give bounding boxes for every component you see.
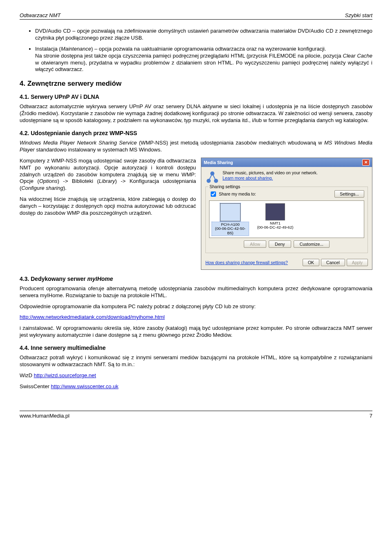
- b2b: ) – opcja pozwala na uaktualnianie oprog…: [91, 46, 326, 52]
- device-icon: [265, 203, 285, 220]
- customize-button[interactable]: Customize...: [294, 240, 330, 248]
- share-checkbox[interactable]: [211, 191, 216, 197]
- dev1-name: PCH-A100: [221, 222, 239, 227]
- myihome-link[interactable]: http://www.networkedmediatank.com/downlo…: [20, 314, 165, 320]
- heading-4-4: 4.4. Inne serwery multimedialne: [20, 345, 372, 351]
- settings-button[interactable]: Settings...: [334, 190, 364, 198]
- allow-button[interactable]: Allow: [244, 240, 266, 248]
- close-icon[interactable]: ✕: [362, 159, 370, 166]
- p42d: standardowo instalowany w systemach MS W…: [35, 147, 162, 153]
- dialog-title-bar[interactable]: Media Sharing ✕: [201, 158, 372, 167]
- dialog-desc-line1: Share music, pictures, and video on your…: [223, 170, 318, 176]
- media-sharing-dialog: Media Sharing ✕ Share music, pictures, a…: [201, 158, 372, 270]
- bullet-1-text: DVD/Audio CD – opcje pozwalają na zdefin…: [35, 28, 372, 41]
- para-4-4-a: Odtwarzacz potrafi wykryć i komunikować …: [20, 354, 372, 368]
- bullet-1: DVD/Audio CD – opcje pozwalają na zdefin…: [35, 28, 372, 42]
- para-4-2-intro: Windows Media Player Network Sharing Ser…: [20, 140, 372, 153]
- para-4-3-b: Odpowiednie oprogramowanie dla komputera…: [20, 303, 372, 310]
- dev2-name: NMT1: [270, 221, 281, 225]
- dialog-title-text: Media Sharing: [204, 160, 233, 165]
- device-item-nmt1[interactable]: NMT1(00-06-DC-42-49-62): [257, 203, 294, 235]
- p42a: Windows Media Player Network Sharing Ser…: [20, 140, 137, 146]
- para-4-3-link: http://www.networkedmediatank.com/downlo…: [20, 314, 372, 321]
- firewall-link[interactable]: How does sharing change firewall setting…: [205, 260, 288, 265]
- header-left: Odtwarzacz NMT: [20, 12, 60, 18]
- wizd-link[interactable]: http://wizd.sourceforge.net: [34, 372, 96, 378]
- bullet-2: Instalacja (Maintenance) – opcja pozwala…: [35, 46, 372, 73]
- deny-button[interactable]: Deny: [269, 240, 291, 248]
- b2a: Instalacja (: [35, 46, 61, 52]
- p42ld: ).: [63, 185, 67, 191]
- share-label-text: Share my media to:: [219, 191, 256, 196]
- dev2-mac: (00-06-DC-42-49-62): [257, 225, 294, 229]
- h43-num: 4.3.: [20, 276, 31, 282]
- para-4-1: Odtwarzacz automatycznie wykrywa serwery…: [20, 103, 372, 124]
- heading-4: 4. Zewnętrzne serwery mediów: [20, 80, 372, 88]
- device-item-pch[interactable]: PCH-A100(00-06-DC-42-50-B5): [212, 203, 249, 235]
- b2c: Na stronie dostępna jest także opcja czy…: [35, 53, 343, 59]
- wizd-label: WizD: [20, 372, 34, 378]
- para-4-4-wizd: WizD http://wizd.sourceforge.net: [20, 372, 372, 379]
- b2i2: Clear Cache: [343, 53, 372, 59]
- ok-button[interactable]: OK: [303, 259, 319, 266]
- share-checkbox-label[interactable]: Share my media to:: [209, 190, 256, 198]
- b2d: w otwieranym menu), przydatna w wypadku …: [35, 60, 372, 73]
- footer-page-number: 7: [370, 413, 372, 419]
- page-header: Odtwarzacz NMT Szybki start: [20, 12, 372, 20]
- sc-label: SwissCenter: [20, 383, 51, 389]
- heading-4-3: 4.3. Dedykowany serwer myIHome: [20, 276, 372, 282]
- apply-button[interactable]: Apply: [347, 259, 368, 266]
- swisscenter-link[interactable]: http://www.swisscenter.co.uk: [51, 383, 118, 389]
- header-right: Szybki start: [345, 12, 372, 18]
- para-4-2-left-2: Na widocznej liście znajdują się urządze…: [20, 196, 196, 217]
- h43-text: Dedykowany serwer myIHome: [31, 276, 113, 282]
- b2i: Maintenance: [61, 46, 91, 52]
- footer-left: www.HumanMedia.pl: [20, 413, 69, 419]
- para-4-3-c: i zainstalować. W oprogramowaniu określa…: [20, 325, 372, 339]
- heading-4-2: 4.2. Udostępnianie danych przez WMP-NSS: [20, 130, 372, 136]
- page-footer: www.HumanMedia.pl 7: [20, 411, 372, 419]
- dev1-mac: (00-06-DC-42-50-B5): [215, 226, 246, 235]
- learn-more-link[interactable]: Learn more about sharing.: [223, 176, 273, 180]
- p42li3: Configure sharing: [21, 185, 63, 191]
- para-4-3-a: Producent oprogramowania oferuje alterna…: [20, 285, 372, 299]
- sharing-legend: Sharing settings: [208, 184, 241, 189]
- para-4-4-sc: SwissCenter http://www.swisscenter.co.uk: [20, 383, 372, 390]
- p42b: (WMP-NSS) jest metodą udostępniania zaso…: [137, 140, 324, 146]
- network-share-icon: [205, 170, 219, 184]
- device-icon: [220, 203, 241, 221]
- sharing-settings-group: Sharing settings Share my media to: Sett…: [205, 187, 368, 253]
- cancel-button[interactable]: Cancel: [321, 259, 345, 266]
- p42li2: Library: [99, 178, 115, 184]
- p42li1: Options: [39, 178, 58, 184]
- device-list[interactable]: PCH-A100(00-06-DC-42-50-B5) NMT1(00-06-D…: [209, 200, 364, 238]
- heading-4-1: 4.1. Serwery UPnP AV i DLNA: [20, 93, 372, 100]
- p42lb: ) -> Biblioteki (: [58, 178, 99, 184]
- para-4-2-left-1: Komputery z WMP-NSS mogą udostępniać swo…: [20, 158, 196, 192]
- bullet-list: DVD/Audio CD – opcje pozwalają na zdefin…: [20, 28, 372, 73]
